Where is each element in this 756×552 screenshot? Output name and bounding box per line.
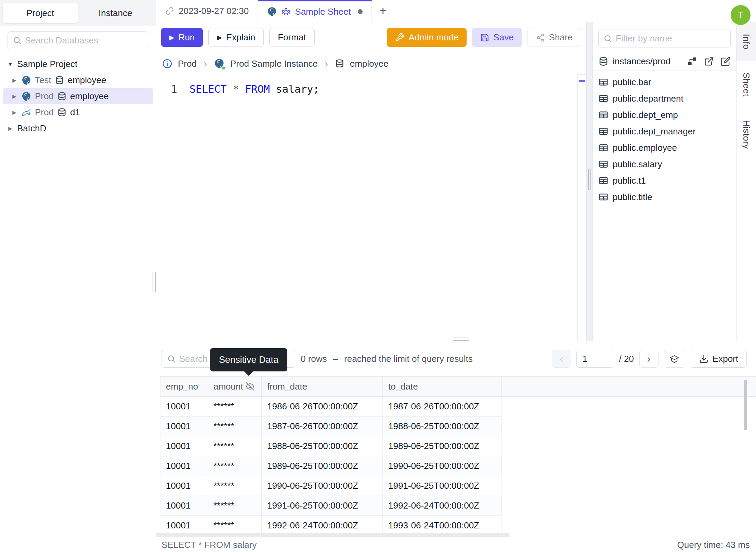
tab-project[interactable]: Project — [3, 3, 78, 23]
next-page-button[interactable]: › — [639, 350, 659, 368]
sheet-tab-label: 2023-09-27 02:30 — [179, 6, 249, 16]
caret-right-icon[interactable]: ▶ — [11, 109, 18, 116]
result-cell[interactable]: 10001 — [160, 456, 208, 476]
table-list-item[interactable]: public.employee — [593, 140, 736, 156]
result-row[interactable]: 10001******1988-06-25T00:00:00Z1989-06-2… — [160, 436, 502, 456]
avatar[interactable]: T — [731, 5, 751, 25]
result-cell[interactable]: 10001 — [160, 516, 208, 535]
result-cell[interactable]: 1992-06-24T00:00:00Z — [262, 516, 383, 535]
editor-overview-ruler[interactable] — [577, 74, 586, 341]
table-list-item[interactable]: public.dept_manager — [593, 123, 736, 140]
table-list-item[interactable]: public.title — [593, 189, 736, 205]
caret-right-icon[interactable]: ▶ — [11, 93, 18, 100]
table-list-item[interactable]: public.t1 — [593, 172, 736, 189]
format-button[interactable]: Format — [269, 28, 314, 47]
database-search-input[interactable] — [25, 35, 143, 46]
result-cell[interactable]: ****** — [208, 436, 262, 456]
table-filter-input[interactable] — [616, 33, 726, 44]
result-cell[interactable]: 1990-06-25T00:00:00Z — [383, 456, 502, 476]
tree-item-prod-d1[interactable]: ▶ Prod d1 — [3, 104, 153, 120]
table-list-item[interactable]: public.bar — [593, 74, 736, 90]
page-number-input[interactable] — [576, 350, 613, 368]
table-list-item[interactable]: public.dept_emp — [593, 107, 736, 123]
result-cell[interactable]: 1989-06-25T00:00:00Z — [383, 436, 502, 456]
tree-item-test-employee[interactable]: ▶ Test employee — [3, 72, 153, 88]
result-cell[interactable]: 1986-06-26T00:00:00Z — [262, 397, 383, 416]
result-cell[interactable]: 1989-06-25T00:00:00Z — [262, 456, 383, 476]
result-cell[interactable]: 1991-06-25T00:00:00Z — [383, 476, 502, 496]
caret-right-icon[interactable]: ▶ — [11, 77, 18, 83]
column-header-amount[interactable]: amount — [208, 377, 262, 396]
play-icon: ▶ — [217, 34, 222, 41]
sql-code-line[interactable]: SELECT * FROM salary; — [190, 74, 319, 341]
tab-history[interactable]: History — [737, 108, 756, 161]
column-header-from_date[interactable]: from_date — [262, 377, 383, 396]
result-cell[interactable]: ****** — [208, 476, 262, 496]
result-row[interactable]: 10001******1989-06-25T00:00:00Z1990-06-2… — [160, 456, 502, 476]
schema-diagram-icon[interactable] — [687, 56, 697, 66]
result-cell[interactable]: 1993-06-24T00:00:00Z — [383, 516, 502, 535]
data-masking-button[interactable] — [664, 350, 685, 368]
explain-button[interactable]: ▶ Explain — [208, 28, 264, 47]
results-resize-handle[interactable] — [453, 338, 469, 341]
result-cell[interactable]: 1987-06-26T00:00:00Z — [383, 397, 502, 416]
result-row[interactable]: 10001******1990-06-25T00:00:00Z1991-06-2… — [160, 476, 502, 496]
breadcrumb-database[interactable]: employee — [350, 58, 389, 69]
prev-page-button[interactable]: ‹ — [552, 350, 571, 368]
result-cell[interactable]: 10001 — [160, 496, 208, 515]
caret-right-icon[interactable]: ▶ — [7, 126, 14, 132]
caret-down-icon[interactable]: ▼ — [7, 61, 14, 67]
column-header-emp_no[interactable]: emp_no — [160, 377, 208, 396]
result-cell[interactable]: ****** — [208, 516, 262, 535]
result-cell[interactable]: 1988-06-25T00:00:00Z — [383, 417, 502, 436]
result-cell[interactable]: 1987-06-26T00:00:00Z — [262, 417, 383, 436]
result-cell[interactable]: ****** — [208, 496, 262, 515]
edit-icon[interactable] — [721, 56, 731, 66]
result-row[interactable]: 10001******1986-06-26T00:00:00Z1987-06-2… — [160, 397, 502, 417]
table-filter[interactable] — [598, 29, 731, 48]
tab-instance[interactable]: Instance — [78, 3, 153, 23]
admin-mode-button[interactable]: Admin mode — [387, 28, 467, 47]
result-cell[interactable]: ****** — [208, 397, 262, 416]
horizontal-scrollbar[interactable] — [156, 533, 509, 537]
eye-off-icon[interactable] — [246, 382, 254, 391]
external-link-icon[interactable] — [704, 56, 714, 66]
result-cell[interactable]: 10001 — [160, 397, 208, 416]
table-list-item[interactable]: public.department — [593, 90, 736, 107]
result-cell[interactable]: 1990-06-25T00:00:00Z — [262, 476, 383, 496]
tree-item-batchd[interactable]: ▶ BatchD — [3, 120, 153, 136]
tab-sheet[interactable]: Sheet — [737, 61, 756, 108]
tab-info[interactable]: Info — [737, 22, 756, 61]
column-header-to_date[interactable]: to_date — [383, 377, 502, 396]
vertical-scrollbar[interactable] — [744, 380, 747, 430]
share-button[interactable]: Share — [527, 28, 581, 47]
breadcrumb-environment[interactable]: Prod — [178, 58, 197, 69]
result-cell[interactable]: 10001 — [160, 476, 208, 496]
tree-item-sample-project[interactable]: ▼ Sample Project — [3, 56, 153, 72]
sheet-tab-sample-sheet[interactable]: Sample Sheet — [258, 0, 372, 22]
result-cell[interactable]: 1988-06-25T00:00:00Z — [262, 436, 383, 456]
result-row[interactable]: 10001******1987-06-26T00:00:00Z1988-06-2… — [160, 417, 502, 436]
result-cell[interactable]: 1991-06-25T00:00:00Z — [262, 496, 383, 515]
sidebar-resize-handle[interactable] — [153, 272, 156, 292]
sheet-tab-timestamp[interactable]: 2023-09-27 02:30 — [156, 0, 258, 22]
result-cell[interactable]: 1992-06-24T00:00:00Z — [383, 496, 502, 515]
save-button[interactable]: Save — [472, 28, 522, 47]
table-list-item[interactable]: public.salary — [593, 156, 736, 172]
panel-splitter[interactable] — [586, 22, 593, 341]
result-cell[interactable]: 10001 — [160, 436, 208, 456]
run-button[interactable]: ▶ Run — [161, 28, 203, 47]
result-cell[interactable]: 10001 — [160, 417, 208, 436]
tree-item-prod-employee[interactable]: ▶ Prod employee — [3, 88, 153, 104]
splitter-handle[interactable] — [588, 169, 591, 190]
database-search[interactable] — [8, 31, 148, 49]
breadcrumb: Prod › Prod Sample Instance › employee — [156, 53, 586, 74]
result-cell[interactable]: ****** — [208, 456, 262, 476]
new-sheet-button[interactable]: + — [372, 0, 394, 22]
result-cell[interactable]: ****** — [208, 417, 262, 436]
info-icon[interactable] — [162, 58, 172, 69]
breadcrumb-instance[interactable]: Prod Sample Instance — [230, 58, 318, 69]
export-button[interactable]: Export — [691, 350, 747, 368]
sql-editor[interactable]: 1 SELECT * FROM salary; — [156, 74, 586, 341]
result-row[interactable]: 10001******1991-06-25T00:00:00Z1992-06-2… — [160, 496, 502, 516]
